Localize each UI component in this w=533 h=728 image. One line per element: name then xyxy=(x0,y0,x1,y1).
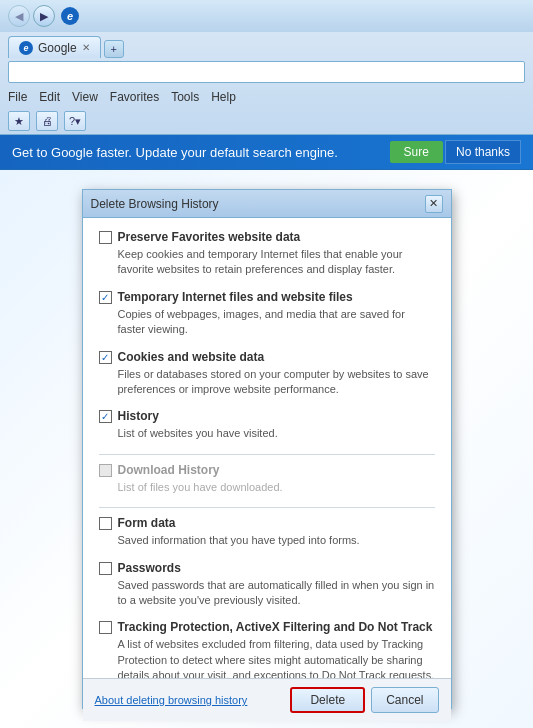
option-cookies-desc: Files or databases stored on your comput… xyxy=(118,367,435,398)
option-form-data-desc: Saved information that you have typed in… xyxy=(118,533,435,548)
dialog-title: Delete Browsing History xyxy=(91,197,219,211)
address-input[interactable] xyxy=(8,61,525,83)
option-history-label: History xyxy=(118,409,159,423)
option-cookies-header: Cookies and website data xyxy=(99,350,435,364)
help-dropdown-button[interactable]: ?▾ xyxy=(64,111,86,131)
option-download-history: Download History List of files you have … xyxy=(99,463,435,495)
option-temp-internet-label: Temporary Internet files and website fil… xyxy=(118,290,353,304)
tab-label: Google xyxy=(38,41,77,55)
notification-bar: Get to Google faster. Update your defaul… xyxy=(0,135,533,169)
option-passwords-header: Passwords xyxy=(99,561,435,575)
ie-logo: e xyxy=(61,7,79,25)
option-preserve-favorites: Preserve Favorites website data Keep coo… xyxy=(99,230,435,278)
menu-view[interactable]: View xyxy=(72,90,98,104)
separator-1 xyxy=(99,454,435,455)
option-form-data: Form data Saved information that you hav… xyxy=(99,516,435,548)
checkbox-download-history[interactable] xyxy=(99,464,112,477)
notification-no-thanks-button[interactable]: No thanks xyxy=(445,140,521,164)
dialog-titlebar: Delete Browsing History ✕ xyxy=(83,190,451,218)
option-tracking-label: Tracking Protection, ActiveX Filtering a… xyxy=(118,620,433,634)
option-temp-internet: Temporary Internet files and website fil… xyxy=(99,290,435,338)
option-passwords-label: Passwords xyxy=(118,561,181,575)
menu-tools[interactable]: Tools xyxy=(171,90,199,104)
option-preserve-favorites-label: Preserve Favorites website data xyxy=(118,230,301,244)
notification-text: Get to Google faster. Update your defaul… xyxy=(12,145,390,160)
checkbox-tracking[interactable] xyxy=(99,621,112,634)
option-form-data-header: Form data xyxy=(99,516,435,530)
forward-button[interactable]: ▶ xyxy=(33,5,55,27)
option-tracking: Tracking Protection, ActiveX Filtering a… xyxy=(99,620,435,678)
print-button[interactable]: 🖨 xyxy=(36,111,58,131)
tab-close-button[interactable]: ✕ xyxy=(82,42,90,53)
option-cookies: Cookies and website data Files or databa… xyxy=(99,350,435,398)
option-download-history-desc: List of files you have downloaded. xyxy=(118,480,435,495)
delete-button[interactable]: Delete xyxy=(290,687,365,713)
browser-chrome: ◀ ▶ e e Google ✕ + File Edit View Favori… xyxy=(0,0,533,135)
option-preserve-favorites-header: Preserve Favorites website data xyxy=(99,230,435,244)
about-browsing-history-link[interactable]: About deleting browsing history xyxy=(95,694,248,706)
tab-favicon: e xyxy=(19,41,33,55)
option-download-history-header: Download History xyxy=(99,463,435,477)
option-passwords: Passwords Saved passwords that are autom… xyxy=(99,561,435,609)
favorites-button[interactable]: ★ xyxy=(8,111,30,131)
checkbox-temp-internet[interactable] xyxy=(99,291,112,304)
dialog-overlay: Delete Browsing History ✕ Preserve Favor… xyxy=(0,170,533,728)
option-tracking-header: Tracking Protection, ActiveX Filtering a… xyxy=(99,620,435,634)
checkbox-cookies[interactable] xyxy=(99,351,112,364)
separator-2 xyxy=(99,507,435,508)
option-tracking-desc: A list of websites excluded from filteri… xyxy=(118,637,435,678)
option-download-history-label: Download History xyxy=(118,463,220,477)
checkbox-preserve-favorites[interactable] xyxy=(99,231,112,244)
menu-favorites[interactable]: Favorites xyxy=(110,90,159,104)
option-temp-internet-header: Temporary Internet files and website fil… xyxy=(99,290,435,304)
notification-sure-button[interactable]: Sure xyxy=(390,141,443,163)
menu-edit[interactable]: Edit xyxy=(39,90,60,104)
delete-browsing-history-dialog: Delete Browsing History ✕ Preserve Favor… xyxy=(82,189,452,709)
dialog-content: Preserve Favorites website data Keep coo… xyxy=(83,218,451,678)
option-preserve-favorites-desc: Keep cookies and temporary Internet file… xyxy=(118,247,435,278)
menu-help[interactable]: Help xyxy=(211,90,236,104)
toolbar: ★ 🖨 ?▾ xyxy=(0,108,533,134)
option-history-header: History xyxy=(99,409,435,423)
title-bar: ◀ ▶ e xyxy=(0,0,533,32)
dialog-footer: About deleting browsing history Delete C… xyxy=(83,678,451,721)
checkbox-passwords[interactable] xyxy=(99,562,112,575)
forward-icon: ▶ xyxy=(40,10,48,23)
footer-buttons: Delete Cancel xyxy=(290,687,438,713)
browser-tab[interactable]: e Google ✕ xyxy=(8,36,101,58)
back-icon: ◀ xyxy=(15,10,23,23)
option-cookies-label: Cookies and website data xyxy=(118,350,265,364)
checkbox-history[interactable] xyxy=(99,410,112,423)
option-form-data-label: Form data xyxy=(118,516,176,530)
tab-bar: e Google ✕ + xyxy=(0,32,533,58)
menu-file[interactable]: File xyxy=(8,90,27,104)
option-history-desc: List of websites you have visited. xyxy=(118,426,435,441)
new-tab-button[interactable]: + xyxy=(104,40,124,58)
dialog-close-button[interactable]: ✕ xyxy=(425,195,443,213)
option-temp-internet-desc: Copies of webpages, images, and media th… xyxy=(118,307,435,338)
checkbox-form-data[interactable] xyxy=(99,517,112,530)
menu-bar: File Edit View Favorites Tools Help xyxy=(0,86,533,108)
option-history: History List of websites you have visite… xyxy=(99,409,435,441)
cancel-button[interactable]: Cancel xyxy=(371,687,438,713)
address-bar xyxy=(0,58,533,86)
back-button[interactable]: ◀ xyxy=(8,5,30,27)
nav-buttons: ◀ ▶ xyxy=(8,5,55,27)
option-passwords-desc: Saved passwords that are automatically f… xyxy=(118,578,435,609)
